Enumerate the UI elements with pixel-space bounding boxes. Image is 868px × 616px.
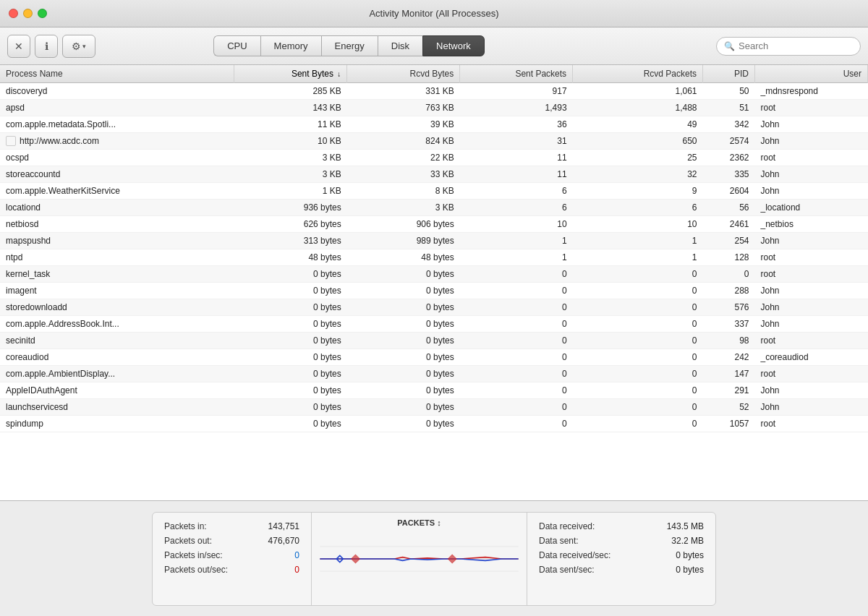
search-box[interactable]: 🔍 [716,37,861,56]
cell-sent-bytes: 143 KB [234,100,347,116]
col-header-sent-packets[interactable]: Sent Packets [460,65,573,83]
cell-sent-bytes: 0 bytes [234,316,347,333]
cell-process-name: coreaudiod [0,349,234,365]
packets-in-sec-row: Packets in/sec: 0 [164,550,299,560]
cell-pid: 2604 [703,183,755,200]
cell-pid: 342 [703,116,755,133]
cell-sent-packets: 31 [460,133,573,150]
table-row[interactable]: com.apple.AddressBook.Int...0 bytes0 byt… [0,316,868,333]
cell-rcvd-bytes: 0 bytes [347,266,460,283]
info-button[interactable]: ℹ [35,35,58,58]
cell-rcvd-packets: 650 [573,133,703,150]
cell-sent-bytes: 936 bytes [234,200,347,216]
cell-pid: 98 [703,333,755,349]
table-row[interactable]: launchservicesd0 bytes0 bytes0052John [0,399,868,416]
process-name-text: discoveryd [6,86,47,96]
cell-process-name: storeaccountd [0,166,234,182]
stats-left: Packets in: 143,751 Packets out: 476,670… [153,513,312,605]
table-row[interactable]: locationd936 bytes3 KB6656_locationd [0,200,868,216]
tab-cpu[interactable]: CPU [213,35,260,56]
col-header-rcvd-bytes[interactable]: Rcvd Bytes [347,65,460,83]
col-header-rcvd-packets[interactable]: Rcvd Packets [573,65,703,83]
chart-label: PACKETS ↕ [397,518,441,527]
cell-sent-packets: 6 [460,183,573,200]
cell-rcvd-packets: 0 [573,299,703,316]
table-row[interactable]: coreaudiod0 bytes0 bytes00242_coreaudiod [0,349,868,366]
col-header-pid[interactable]: PID [703,65,755,83]
table-row[interactable]: apsd143 KB763 KB1,4931,48851root [0,100,868,116]
svg-marker-4 [352,555,359,562]
data-received-row: Data received: 143.5 MB [539,521,704,531]
table-header: Process Name Sent Bytes ↓ Rcvd Bytes Sen… [0,65,868,83]
packets-out-sec-value: 0 [294,565,299,575]
stop-button[interactable]: ✕ [7,35,30,58]
process-name-text: com.apple.metadata.Spotli... [6,119,116,129]
table-row[interactable]: imagent0 bytes0 bytes00288John [0,283,868,299]
table-row[interactable]: com.apple.metadata.Spotli...11 KB39 KB36… [0,116,868,133]
table-row[interactable]: com.apple.AmbientDisplay...0 bytes0 byte… [0,366,868,382]
cell-process-name: secinitd [0,333,234,348]
cell-pid: 2362 [703,150,755,166]
packets-out-sec-label: Packets out/sec: [164,565,228,575]
cell-rcvd-packets: 0 [573,416,703,432]
close-button[interactable] [9,9,18,18]
cell-rcvd-bytes: 0 bytes [347,382,460,399]
table-row[interactable]: AppleIDAuthAgent0 bytes0 bytes00291John [0,382,868,399]
cell-pid: 0 [703,266,755,283]
table-row[interactable]: ntpd48 bytes48 bytes11128root [0,249,868,266]
cell-rcvd-packets: 1 [573,249,703,266]
cell-rcvd-packets: 0 [573,349,703,366]
table-row[interactable]: http://www.acdc.com10 KB824 KB316502574J… [0,133,868,150]
cell-rcvd-bytes: 3 KB [347,200,460,216]
cell-rcvd-packets: 0 [573,266,703,283]
table-row[interactable]: storeaccountd3 KB33 KB1132335John [0,166,868,183]
cell-user: root [755,333,868,349]
process-name-text: com.apple.AmbientDisplay... [6,369,115,379]
table-row[interactable]: ocspd3 KB22 KB11252362root [0,150,868,166]
cell-rcvd-packets: 0 [573,316,703,333]
cell-rcvd-bytes: 48 bytes [347,249,460,266]
cell-process-name: AppleIDAuthAgent [0,382,234,398]
cell-sent-packets: 0 [460,366,573,382]
tab-disk[interactable]: Disk [378,35,422,56]
cell-rcvd-packets: 10 [573,216,703,233]
cell-user: root [755,150,868,166]
maximize-button[interactable] [38,9,47,18]
traffic-lights [9,9,47,18]
table-row[interactable]: netbiosd626 bytes906 bytes10102461_netbi… [0,216,868,233]
data-sent-sec-value: 0 bytes [676,565,704,575]
cell-pid: 335 [703,166,755,183]
tab-energy[interactable]: Energy [321,35,378,56]
cell-sent-bytes: 313 bytes [234,233,347,249]
col-header-user[interactable]: User [755,65,868,83]
minimize-button[interactable] [23,9,33,18]
packets-out-label: Packets out: [164,536,212,546]
cell-rcvd-packets: 9 [573,183,703,200]
table-row[interactable]: storedownloadd0 bytes0 bytes00576John [0,299,868,316]
table-row[interactable]: kernel_task0 bytes0 bytes000root [0,266,868,283]
col-header-sent-bytes[interactable]: Sent Bytes ↓ [234,65,347,83]
table-row[interactable]: spindump0 bytes0 bytes001057root [0,416,868,432]
gear-button[interactable]: ⚙ ▾ [62,35,95,58]
cell-rcvd-packets: 0 [573,399,703,416]
cell-rcvd-bytes: 824 KB [347,133,460,150]
table-row[interactable]: discoveryd285 KB331 KB9171,06150_mdnsres… [0,83,868,100]
cell-sent-packets: 1 [460,233,573,249]
col-header-name[interactable]: Process Name [0,65,234,83]
process-table-container[interactable]: Process Name Sent Bytes ↓ Rcvd Bytes Sen… [0,65,868,500]
search-input[interactable] [739,40,853,51]
table-row[interactable]: mapspushd313 bytes989 bytes11254John [0,233,868,249]
cell-user: root [755,366,868,382]
table-row[interactable]: secinitd0 bytes0 bytes0098root [0,333,868,349]
cell-rcvd-packets: 6 [573,200,703,216]
cell-pid: 254 [703,233,755,249]
cell-process-name: kernel_task [0,266,234,282]
cell-sent-bytes: 0 bytes [234,349,347,366]
table-row[interactable]: com.apple.WeatherKitService1 KB8 KB69260… [0,183,868,200]
process-table: Process Name Sent Bytes ↓ Rcvd Bytes Sen… [0,65,868,432]
cell-rcvd-packets: 1,488 [573,100,703,116]
cell-rcvd-bytes: 33 KB [347,166,460,183]
tab-network[interactable]: Network [422,35,485,56]
tab-memory[interactable]: Memory [260,35,321,56]
cell-process-name: com.apple.metadata.Spotli... [0,116,234,132]
